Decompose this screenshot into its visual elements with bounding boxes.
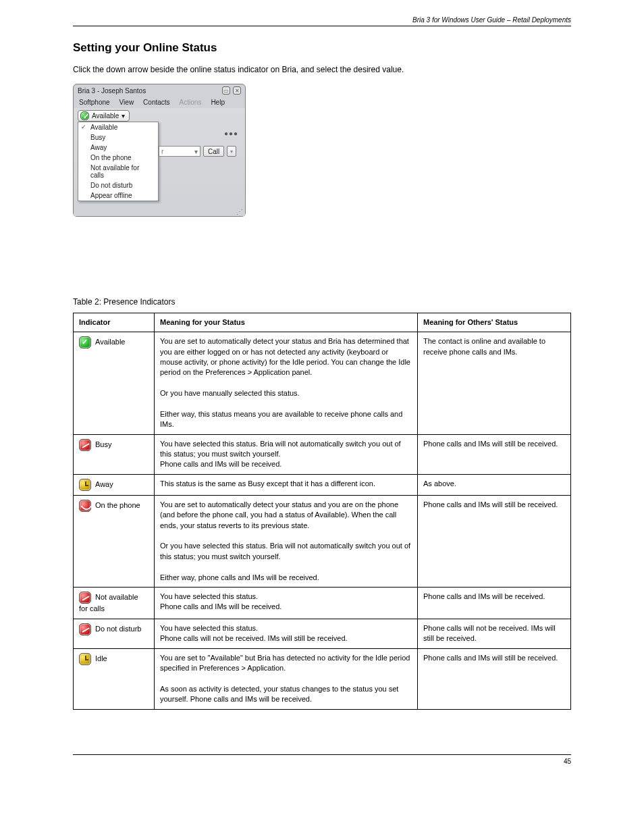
table-row: AvailableYou are set to automatically de… — [74, 332, 571, 435]
menu-help[interactable]: Help — [211, 99, 225, 106]
table-row: Not available for callsYou have selected… — [74, 587, 571, 619]
cell-meaning-others: Phone calls will not be received. IMs wi… — [418, 619, 571, 648]
chevron-down-icon: ▾ — [122, 112, 125, 120]
status-option-away[interactable]: Away — [78, 142, 158, 153]
page-footer: 45 — [73, 754, 571, 765]
not-available-for-calls-icon — [79, 592, 91, 604]
cell-meaning-self: You are set to "Available" but Bria has … — [155, 648, 418, 709]
menu-actions: Actions — [180, 99, 202, 106]
table-row: BusyYou have selected this status. Bria … — [74, 434, 571, 474]
bria-window-title: Bria 3 - Joseph Santos — [78, 87, 146, 95]
table-row: On the phoneYou are set to automatically… — [74, 495, 571, 587]
chevron-down-icon[interactable]: ▾ — [194, 148, 198, 155]
dial-input[interactable]: r ▾ — [159, 146, 200, 157]
menu-softphone[interactable]: Softphone — [79, 99, 110, 106]
indicator-label: On the phone — [95, 501, 140, 509]
menu-contacts[interactable]: Contacts — [143, 99, 169, 106]
table-caption: Table 2: Presence Indicators — [73, 296, 571, 308]
cell-meaning-self: You are set to automatically detect your… — [155, 332, 418, 435]
spacer — [73, 232, 571, 296]
cell-indicator: Away — [74, 474, 155, 495]
doc-title: Bria 3 for Windows User Guide – Retail D… — [412, 16, 571, 24]
status-option-busy[interactable]: Busy — [78, 132, 158, 142]
indicator-label: Away — [95, 480, 113, 488]
cell-indicator: Busy — [74, 434, 155, 474]
cell-meaning-self: You have selected this status. Phone cal… — [155, 619, 418, 648]
presence-table: Indicator Meaning for your Status Meanin… — [73, 313, 571, 710]
call-button[interactable]: Call — [203, 146, 224, 157]
th-indicator: Indicator — [74, 313, 155, 332]
cell-meaning-others: Phone calls and IMs will still be receiv… — [418, 648, 571, 709]
cell-meaning-self: This status is the same as Busy except t… — [155, 474, 418, 495]
indicator-label: Available — [95, 338, 125, 346]
cell-indicator: Do not disturb — [74, 619, 155, 648]
dial-input-value: r — [161, 148, 163, 155]
indicator-label: Idle — [95, 654, 107, 662]
cell-meaning-others: Phone calls and IMs will be received. — [418, 587, 571, 619]
indicator-label: Do not disturb — [95, 625, 141, 633]
status-available-icon — [80, 111, 89, 120]
on-the-phone-icon — [79, 500, 91, 512]
th-meaning-others: Meaning for Others' Status — [418, 313, 571, 332]
call-dropdown-button[interactable]: ▾ — [227, 146, 236, 157]
cell-indicator: On the phone — [74, 495, 155, 587]
status-button-label: Available — [92, 112, 119, 120]
table-row: IdleYou are set to "Available" but Bria … — [74, 648, 571, 709]
status-option-na[interactable]: Not available for calls — [78, 163, 158, 180]
table-row: AwayThis status is the same as Busy exce… — [74, 474, 571, 495]
cell-meaning-self: You have selected this status. Phone cal… — [155, 587, 418, 619]
page-header: Bria 3 for Windows User Guide – Retail D… — [73, 16, 571, 26]
cell-meaning-others: Phone calls and IMs will still be receiv… — [418, 495, 571, 587]
menu-view[interactable]: View — [119, 99, 134, 106]
table-row: Do not disturbYou have selected this sta… — [74, 619, 571, 648]
available-icon — [79, 336, 91, 348]
page-number: 45 — [564, 758, 571, 765]
minimize-icon[interactable]: ▭ — [222, 86, 230, 95]
idle-icon — [79, 653, 91, 665]
section-title: Setting your Online Status — [73, 41, 571, 55]
status-button[interactable]: Available ▾ — [78, 110, 130, 122]
do-not-disturb-icon — [79, 623, 91, 635]
cell-meaning-self: You are set to automatically detect your… — [155, 495, 418, 587]
cell-meaning-others: As above. — [418, 474, 571, 495]
th-meaning-self: Meaning for your Status — [155, 313, 418, 332]
busy-icon — [79, 439, 91, 451]
indicator-label: Busy — [95, 440, 111, 448]
status-option-offline[interactable]: Appear offline — [78, 190, 158, 201]
status-dropdown[interactable]: Available Busy Away On the phone Not ava… — [78, 122, 159, 201]
cell-meaning-others: Phone calls and IMs will still be receiv… — [418, 434, 571, 474]
cell-meaning-self: You have selected this status. Bria will… — [155, 434, 418, 474]
resize-grip-icon[interactable]: ⋰ — [236, 210, 243, 214]
cell-indicator: Idle — [74, 648, 155, 709]
section-lead: Click the down arrow beside the online s… — [73, 64, 571, 76]
status-option-on-phone[interactable]: On the phone — [78, 153, 158, 163]
cell-indicator: Not available for calls — [74, 587, 155, 619]
cell-indicator: Available — [74, 332, 155, 435]
close-icon[interactable]: ✕ — [233, 86, 241, 95]
status-option-available[interactable]: Available — [78, 122, 158, 132]
more-icon[interactable]: ●●● — [224, 130, 238, 137]
status-option-dnd[interactable]: Do not disturb — [78, 180, 158, 190]
cell-meaning-others: The contact is online and available to r… — [418, 332, 571, 435]
bria-screenshot: Bria 3 - Joseph Santos ▭ ✕ Softphone Vie… — [73, 84, 571, 217]
away-icon — [79, 479, 91, 491]
